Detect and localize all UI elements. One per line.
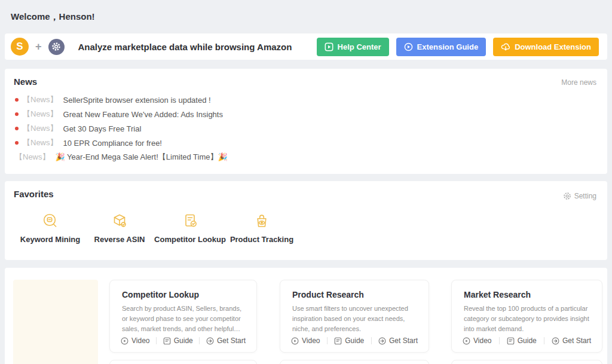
guide-label: Guide	[345, 337, 364, 345]
favorite-label: Competitor Lookup	[154, 235, 226, 244]
red-bullet-icon	[15, 127, 19, 130]
red-bullet-icon	[15, 98, 19, 102]
get-start-label: Get Start	[217, 337, 246, 345]
browser-extension-gear-icon	[48, 39, 65, 55]
tool-card-footer: Video Guide Get Start	[291, 337, 418, 345]
news-link[interactable]: SellerSprite browser extension is update…	[63, 96, 211, 105]
sellersprite-logo-icon: S	[11, 38, 29, 56]
favorite-item-competitor-lookup[interactable]: Competitor Lookup	[154, 212, 226, 244]
plus-icon: +	[35, 41, 42, 53]
tools-section: Competitor Lookup Search by product ASIN…	[5, 268, 607, 364]
download-extension-label: Download Extension	[515, 42, 591, 51]
video-link[interactable]: Video	[463, 337, 491, 345]
news-item: 【News】 Great New Feature We've Added: Ad…	[15, 107, 595, 121]
circle-play-icon	[291, 337, 299, 345]
arrow-right-circle-icon	[552, 337, 559, 345]
competitor-lookup-icon	[181, 212, 199, 230]
get-start-link[interactable]: Get Start	[552, 337, 591, 345]
tool-card-description: Search by product ASIN, Sellers, brands,…	[122, 304, 244, 334]
guide-link[interactable]: Guide	[163, 337, 193, 345]
news-link[interactable]: Great New Feature We've Added: Ads Insig…	[63, 110, 223, 119]
news-tag: 【News】	[23, 109, 58, 120]
red-bullet-icon	[15, 112, 19, 116]
arrow-right-circle-icon	[206, 337, 214, 345]
get-start-label: Get Start	[389, 337, 418, 345]
tool-card-footer: Video Guide Get Start	[121, 337, 246, 345]
favorite-label: Keyword Mining	[20, 235, 80, 244]
guide-doc-icon	[507, 337, 515, 345]
header-title: Analyze marketplace data while browsing …	[78, 42, 292, 52]
news-link[interactable]: Get 30 Days Free Trial	[63, 124, 142, 133]
news-item: 【News】 Get 30 Days Free Trial	[15, 121, 595, 136]
video-link[interactable]: Video	[291, 337, 320, 345]
welcome-message: Welcome，Henson!	[0, 0, 612, 33]
download-extension-button[interactable]: Download Extension	[493, 38, 599, 56]
favorite-label: Product Tracking	[230, 235, 293, 244]
tool-card-title: Product Research	[292, 290, 417, 299]
keyword-mining-icon	[41, 212, 59, 230]
tool-card-description: Use smart filters to uncover unexpected …	[292, 304, 417, 334]
news-tag: 【News】	[15, 152, 50, 163]
guide-label: Guide	[174, 337, 193, 345]
tool-card-partial[interactable]	[451, 360, 602, 364]
favorites-section: Favorites Setting Keyword Mining	[5, 181, 607, 260]
video-label: Video	[302, 337, 320, 345]
news-list: 【News】 SellerSprite browser extension is…	[15, 93, 595, 164]
tool-card-competitor-lookup: Competitor Lookup Search by product ASIN…	[109, 280, 257, 353]
tool-card-partial[interactable]	[109, 360, 257, 364]
product-tracking-icon	[253, 212, 271, 230]
video-link[interactable]: Video	[121, 337, 149, 345]
favorites-setting-button[interactable]: Setting	[563, 192, 596, 200]
divider	[499, 337, 500, 344]
arrow-right-circle-icon	[378, 337, 386, 345]
cloud-download-icon	[501, 42, 510, 51]
favorite-item-keyword-mining[interactable]: Keyword Mining	[16, 212, 85, 244]
news-item: 【News】 🎉 Year-End Mega Sale Alert!【Limit…	[15, 150, 595, 164]
circle-play-icon	[121, 337, 128, 345]
guide-link[interactable]: Guide	[334, 337, 364, 345]
news-tag: 【News】	[23, 94, 58, 105]
news-section-title: News	[14, 77, 37, 87]
get-start-link[interactable]: Get Start	[378, 337, 418, 345]
get-start-link[interactable]: Get Start	[206, 337, 246, 345]
favorite-item-product-tracking[interactable]: Product Tracking	[226, 212, 298, 244]
tool-card-product-research: Product Research Use smart filters to un…	[280, 280, 429, 353]
video-label: Video	[473, 337, 491, 345]
square-play-icon	[325, 42, 333, 51]
tool-card-partial[interactable]	[280, 360, 429, 364]
get-start-label: Get Start	[562, 337, 591, 345]
promo-illustration	[13, 280, 98, 364]
tool-card-title: Competitor Lookup	[122, 290, 244, 299]
divider	[199, 337, 200, 344]
more-news-link[interactable]: More news	[561, 78, 596, 87]
divider	[327, 337, 328, 344]
favorites-section-title: Favorites	[14, 189, 54, 199]
gear-outline-icon	[563, 192, 571, 200]
extension-guide-button[interactable]: Extension Guide	[396, 38, 486, 56]
news-link[interactable]: 🎉 Year-End Mega Sale Alert!【Limited Time…	[56, 152, 228, 163]
news-item: 【News】 10 EPR Compliance for free!	[15, 136, 595, 150]
tool-card-footer: Video Guide Get Start	[463, 337, 591, 345]
news-tag: 【News】	[23, 123, 58, 134]
favorites-list: Keyword Mining Reverse ASIN	[16, 212, 298, 244]
divider	[544, 337, 544, 344]
news-link[interactable]: 10 EPR Compliance for free!	[63, 139, 162, 148]
favorite-item-reverse-asin[interactable]: Reverse ASIN	[85, 212, 154, 244]
reverse-asin-icon	[111, 212, 128, 230]
guide-link[interactable]: Guide	[507, 337, 537, 345]
help-center-label: Help Center	[338, 42, 381, 51]
guide-doc-icon	[163, 337, 171, 345]
news-tag: 【News】	[23, 137, 58, 148]
news-item: 【News】 SellerSprite browser extension is…	[15, 93, 595, 107]
header-actions: Help Center Extension Guide Download Ext…	[317, 38, 599, 56]
help-center-button[interactable]: Help Center	[317, 38, 389, 56]
circle-play-icon	[404, 42, 413, 51]
extension-guide-label: Extension Guide	[417, 42, 479, 51]
guide-doc-icon	[334, 337, 342, 345]
extension-header-bar: S + Analyze marketplace data while brows…	[5, 33, 607, 60]
red-bullet-icon	[15, 141, 19, 145]
divider	[156, 337, 157, 344]
tool-card-title: Market Research	[464, 290, 590, 299]
tool-card-market-research: Market Research Reveal the top 100 produ…	[451, 280, 602, 353]
guide-label: Guide	[518, 337, 537, 345]
